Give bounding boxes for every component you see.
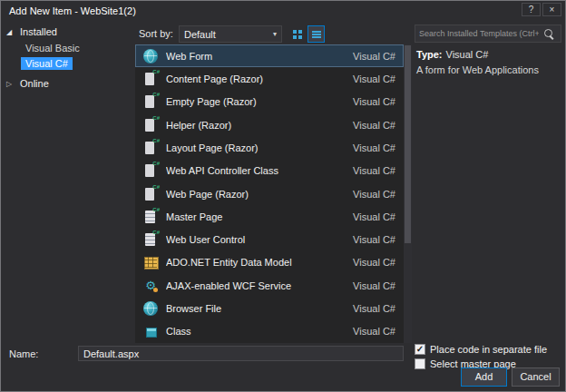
template-language: Visual C# <box>353 234 395 245</box>
template-row[interactable]: Helper (Razor) Visual C# <box>135 113 404 136</box>
template-name: Web Form <box>166 51 345 62</box>
template-language: Visual C# <box>353 211 395 222</box>
section-label: Installed <box>20 26 57 37</box>
list-view-icon <box>312 30 321 39</box>
globe-icon <box>143 49 158 64</box>
template-name: Master Page <box>166 211 345 222</box>
checkbox-checked[interactable]: ✓ <box>415 344 425 355</box>
chevron-down-icon: ▾ <box>273 30 277 38</box>
template-row[interactable]: Content Page (Razor) Visual C# <box>135 67 404 90</box>
entity-model-icon <box>143 255 158 270</box>
cancel-button[interactable]: Cancel <box>512 368 560 387</box>
browser-globe-icon <box>143 301 158 316</box>
template-row[interactable]: Web Form Visual C# <box>135 44 404 67</box>
razor-doc-icon <box>143 187 158 201</box>
template-language: Visual C# <box>353 189 395 200</box>
template-language: Visual C# <box>353 74 395 84</box>
template-language: Visual C# <box>353 326 395 337</box>
checkbox-unchecked[interactable] <box>415 358 425 369</box>
scrollbar-track[interactable] <box>404 44 412 343</box>
type-value: Visual C# <box>446 49 489 60</box>
sidebar-item-visual-basic[interactable]: Visual Basic <box>21 42 84 54</box>
search-box <box>415 24 561 43</box>
search-input[interactable] <box>419 26 539 41</box>
help-button[interactable]: ? <box>522 3 541 16</box>
api-doc-icon <box>143 163 158 178</box>
template-language: Visual C# <box>353 142 395 153</box>
type-label: Type: <box>416 49 443 60</box>
template-name: Layout Page (Razor) <box>166 142 345 153</box>
template-row[interactable]: Layout Page (Razor) Visual C# <box>135 136 404 159</box>
template-name: Empty Page (Razor) <box>166 96 345 107</box>
template-name: Web Page (Razor) <box>166 189 345 200</box>
template-type-line: Type:Visual C# <box>416 49 488 60</box>
template-row[interactable]: Master Page Visual C# <box>135 205 404 228</box>
template-row[interactable]: Browser File Visual C# <box>135 297 404 319</box>
checkbox-label: Place code in separate file <box>430 344 547 355</box>
template-language: Visual C# <box>353 257 395 268</box>
list-view-button[interactable] <box>307 25 325 43</box>
template-name: Browser File <box>166 303 345 314</box>
template-name: Web API Controller Class <box>166 165 345 176</box>
razor-doc-icon <box>143 141 158 155</box>
sort-dropdown[interactable]: Default ▾ <box>179 25 282 43</box>
sidebar-item-visual-csharp[interactable]: Visual C# <box>21 57 73 70</box>
user-control-icon <box>143 232 158 247</box>
search-icon[interactable] <box>544 29 554 39</box>
template-language: Visual C# <box>353 96 395 107</box>
name-label: Name: <box>9 348 38 359</box>
sidebar: ◢ Installed Visual Basic Visual C# ▷ Onl… <box>3 24 133 91</box>
razor-doc-icon <box>143 72 158 86</box>
name-input[interactable] <box>78 346 404 361</box>
razor-doc-icon <box>143 94 158 109</box>
add-new-item-dialog: Add New Item - WebSite1(2) ? × ◢ Install… <box>0 0 566 392</box>
template-row[interactable]: Web User Control Visual C# <box>135 229 404 251</box>
template-name: Helper (Razor) <box>166 120 345 131</box>
template-name: Class <box>166 326 345 337</box>
small-icons-view-button[interactable] <box>288 25 306 43</box>
wcf-gear-icon <box>143 279 158 293</box>
class-cube-icon <box>143 324 158 338</box>
close-button[interactable]: × <box>542 3 561 16</box>
grid-view-icon <box>293 30 302 39</box>
template-row[interactable]: Empty Page (Razor) Visual C# <box>135 91 404 113</box>
expander-expanded-icon: ◢ <box>6 28 15 36</box>
template-language: Visual C# <box>353 280 395 291</box>
template-name: Web User Control <box>166 234 345 245</box>
template-description: A form for Web Applications <box>416 64 539 75</box>
template-row[interactable]: Web Page (Razor) Visual C# <box>135 182 404 205</box>
add-button[interactable]: Add <box>461 368 507 387</box>
titlebar[interactable]: Add New Item - WebSite1(2) ? × <box>1 1 565 23</box>
window-title: Add New Item - WebSite1(2) <box>9 5 136 16</box>
template-row[interactable]: AJAX-enabled WCF Service Visual C# <box>135 274 404 297</box>
section-label: Online <box>20 78 49 89</box>
template-name: AJAX-enabled WCF Service <box>166 280 345 291</box>
template-list: Web Form Visual C# Content Page (Razor) … <box>135 44 404 343</box>
template-language: Visual C# <box>353 303 395 314</box>
sort-dropdown-value: Default <box>184 29 216 40</box>
template-row[interactable]: ADO.NET Entity Data Model Visual C# <box>135 251 404 274</box>
master-page-icon <box>143 210 158 224</box>
scrollbar-thumb[interactable] <box>405 45 411 243</box>
template-row[interactable]: Class Visual C# <box>135 320 404 343</box>
place-code-checkbox-row[interactable]: ✓ Place code in separate file <box>415 343 547 356</box>
razor-doc-icon <box>143 118 158 132</box>
template-language: Visual C# <box>353 51 395 62</box>
template-name: ADO.NET Entity Data Model <box>166 257 345 268</box>
template-row[interactable]: Web API Controller Class Visual C# <box>135 160 404 182</box>
sort-by-label: Sort by: <box>139 28 173 39</box>
sidebar-section-online[interactable]: ▷ Online <box>3 76 133 91</box>
sidebar-section-installed[interactable]: ◢ Installed <box>3 24 133 39</box>
template-language: Visual C# <box>353 120 395 131</box>
template-name: Content Page (Razor) <box>166 74 345 84</box>
template-language: Visual C# <box>353 165 395 176</box>
expander-collapsed-icon: ▷ <box>6 80 15 88</box>
